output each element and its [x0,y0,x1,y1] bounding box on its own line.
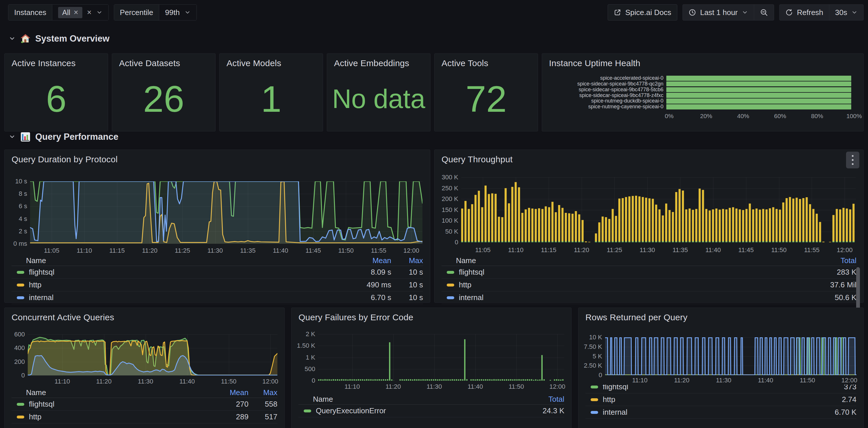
legend-series-name[interactable]: http [17,281,342,289]
panel-title[interactable]: Active Embeddings [334,58,409,68]
chart-legend: flightsql373http2.74internal6.70 K [585,385,857,428]
chevron-down-icon[interactable] [96,9,102,15]
series-color-chip[interactable] [17,284,24,287]
legend-row: internal6.70 K [585,406,857,419]
uptime-instance-label: spice-nutmeg-duckdb-spiceai-0 [542,98,666,104]
legend-column-header[interactable]: Name [456,256,804,265]
legend-column-header[interactable]: Mean [211,388,248,397]
y-axis-tick-label: 600 [3,331,25,338]
chart-plot-area[interactable] [30,182,423,244]
series-color-chip[interactable] [17,296,24,299]
x-axis-tick-label: 11:55 [371,247,386,255]
x-axis-tick-label: 11:20 [385,383,401,391]
legend-header: NameMeanMax [11,388,277,398]
series-color-chip[interactable] [17,416,24,419]
zoom-out-button[interactable] [754,5,774,20]
chart-canvas [30,182,423,244]
y-axis-tick-label: 2 s [6,228,27,235]
remove-value-icon[interactable]: × [74,9,78,17]
legend-series-name[interactable]: http [591,395,804,404]
series-color-chip[interactable] [447,296,454,299]
chart-legend: NameMeanMaxflightsql8.09 s10 shttp490 ms… [11,256,423,304]
series-color-chip[interactable] [591,386,598,389]
uptime-bar-row: spice-nutmeg-duckdb-spiceai-0 [542,98,851,104]
x-axis-tick-label: 11:25 [607,246,622,254]
legend-series-name[interactable]: internal [447,293,804,302]
legend-column-header[interactable]: Name [26,256,342,265]
panel-title[interactable]: Instance Uptime Health [549,58,640,68]
clear-selection-icon[interactable]: × [87,9,92,17]
y-axis-tick-label: 500 [294,365,315,373]
panel-title[interactable]: Concurrent Active Queries [11,312,114,322]
legend-column-header[interactable]: Max [248,388,277,397]
legend-value: 37.6 Mil [804,281,857,289]
spice-docs-button[interactable]: Spice.ai Docs [608,4,677,21]
refresh-icon [785,9,793,16]
percentile-value-dropdown[interactable]: 99th [159,5,196,20]
instances-value-dropdown[interactable]: All × × [52,5,108,20]
chart-plot-area[interactable] [461,177,856,242]
series-color-chip[interactable] [447,271,454,274]
series-color-chip[interactable] [17,403,24,406]
panel-menu-kebab-icon[interactable] [846,152,859,168]
panel-title[interactable]: Query Duration by Protocol [11,155,118,164]
legend-column-header[interactable]: Total [804,256,857,265]
legend-series-name[interactable]: internal [17,293,342,302]
y-axis-tick-label: 8 s [6,190,27,198]
panel-title[interactable]: Active Datasets [119,58,180,68]
legend-series-name[interactable]: flightsql [447,268,804,277]
stat-value: No data [332,84,425,114]
x-axis-tick-label: 12:00 [403,247,419,255]
y-axis-tick-label: 2.50 K [581,362,602,369]
x-axis-tick-label: 11:50 [221,378,236,385]
refresh-button[interactable]: Refresh [780,5,829,20]
legend-series-name[interactable]: flightsql [17,400,211,409]
time-range-button[interactable]: Last 1 hour [683,5,754,20]
panel-title[interactable]: Active Models [226,58,281,68]
section-system-overview[interactable]: System Overview [9,33,110,44]
legend-column-header[interactable]: Name [26,388,211,397]
legend-series-name[interactable]: internal [591,408,804,417]
legend-row: flightsql8.09 s10 s [11,266,423,279]
chart-plot-area[interactable] [318,334,564,381]
chart-legend: NameTotalflightsql283 Khttp37.6 Milinter… [441,256,857,304]
legend-column-header[interactable]: Name [313,395,512,404]
panel-title[interactable]: Active Tools [441,58,488,68]
x-axis-tick-label: 11:05 [44,247,59,255]
series-color-chip[interactable] [591,411,598,414]
panel-title[interactable]: Rows Returned per Query [585,312,687,322]
legend-row: flightsql373 [585,385,857,393]
chevron-down-icon[interactable] [184,9,191,15]
uptime-bar-track [666,104,851,109]
y-axis-tick-label: 100 K [437,217,458,224]
series-color-chip[interactable] [447,284,454,287]
x-axis-tick-label: 11:30 [138,378,153,385]
x-axis-tick-label: 11:25 [175,247,190,255]
y-axis-tick-label: 10 K [581,334,602,341]
legend-column-header[interactable]: Max [391,256,423,265]
legend-series-name[interactable]: flightsql [17,268,342,277]
legend-scrollbar[interactable] [856,267,860,311]
instances-selected-chip[interactable]: All × [58,7,82,18]
legend-column-header[interactable]: Mean [342,256,391,265]
legend-row: http2.74 [585,393,857,406]
series-color-chip[interactable] [17,271,24,274]
legend-column-header[interactable]: Total [512,395,564,404]
legend-value: 283 K [804,268,857,277]
series-color-chip[interactable] [591,398,598,401]
series-color-chip[interactable] [304,409,311,413]
panel-title[interactable]: Active Instances [11,58,76,68]
legend-series-name[interactable]: flightsql [591,385,804,391]
legend-series-name[interactable]: http [447,281,804,289]
panel-title[interactable]: Query Failures by Error Code [299,312,413,322]
zoom-out-icon [760,8,768,17]
chart-plot-area[interactable] [28,334,277,375]
refresh-interval-dropdown[interactable]: 30s [829,5,863,20]
panel-title[interactable]: Query Throughput [441,155,513,164]
legend-series-name[interactable]: http [17,413,211,421]
legend-value: 6.70 s [342,293,391,302]
chart-plot-area[interactable] [605,337,857,375]
legend-value: 373 [804,385,857,391]
section-query-performance[interactable]: Query Performance [9,132,119,142]
legend-series-name[interactable]: QueryExecutionError [304,406,512,415]
